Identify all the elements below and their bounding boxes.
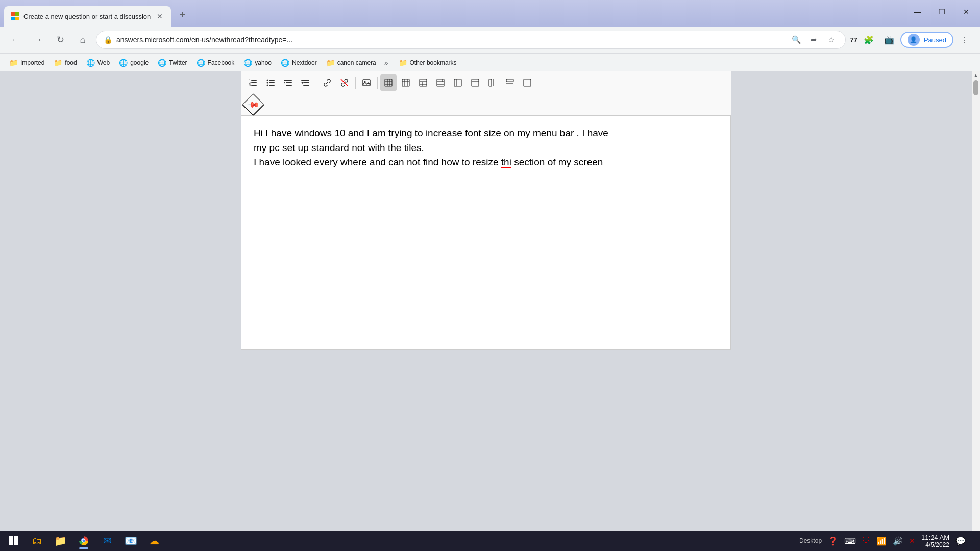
unordered-list-button[interactable] [262,74,279,91]
tray-close-icon[interactable]: ✕ [907,532,917,550]
antivirus-icon: 🛡 [862,536,870,545]
bookmark-google[interactable]: 🌐 google [115,57,153,69]
globe-icon: 🌐 [158,59,166,67]
taskbar-app-file-manager[interactable]: 📁 [49,532,71,550]
home-button[interactable]: ⌂ [74,31,92,49]
taskbar-app-file-explorer[interactable]: 🗂 [26,532,48,550]
clock-area[interactable]: 11:24 AM 4/5/2022 [919,532,951,550]
minimize-button[interactable]: — [905,3,929,21]
svg-rect-44 [489,79,492,86]
insert-image-button[interactable] [358,74,375,91]
taskbar-app-chrome[interactable] [72,532,95,550]
tray-antivirus-icon[interactable]: 🛡 [860,532,872,550]
reload-button[interactable]: ↻ [51,31,69,49]
table-insert-button[interactable] [380,74,397,91]
svg-rect-46 [506,79,513,82]
scroll-arrow-up[interactable]: ▲ [973,72,978,78]
tray-network-icon[interactable]: 📶 [874,532,889,550]
editor-content-line3-suffix: section of my screen [511,157,603,167]
cast-button[interactable]: 📺 [880,31,898,49]
editor-body[interactable]: Hi I have windows 10 and I am trying to … [241,115,731,350]
bookmark-icon-btn[interactable]: ☆ [824,33,838,47]
bookmark-yahoo[interactable]: 🌐 yahoo [239,57,276,69]
svg-rect-32 [420,79,427,86]
bookmark-nextdoor[interactable]: 🌐 Nextdoor [277,57,321,69]
url-display: answers.microsoft.com/en-us/newthread?th… [116,36,785,44]
notification-icon[interactable]: 💬 [953,532,968,550]
tab-close-button[interactable]: ✕ [155,11,165,21]
back-button[interactable]: ← [6,31,24,49]
editor-misspelled-word: thi [501,157,511,168]
svg-text:3: 3 [249,84,251,87]
bookmark-canon[interactable]: 📁 canon camera [322,57,380,69]
table-option2-button[interactable] [415,74,431,91]
taskbar-app-outlook[interactable]: 📧 [119,532,142,550]
table-option3-button[interactable] [432,74,449,91]
globe-icon: 🌐 [281,59,289,67]
toolbar-separator [377,77,378,89]
file-manager-icon: 📁 [54,535,67,547]
outdent-button[interactable] [297,74,313,91]
svg-rect-1 [251,82,257,83]
insert-link-button[interactable] [319,74,335,91]
tab-favicon [10,12,19,21]
bookmark-twitter[interactable]: 🌐 Twitter [154,57,191,69]
bookmark-label: google [130,59,149,66]
show-desktop-button[interactable] [970,532,974,550]
table-option8-button[interactable] [519,74,535,91]
table-option1-button[interactable] [398,74,414,91]
bookmark-imported[interactable]: 📁 Imported [5,57,48,69]
share-icon-btn[interactable]: ➦ [806,33,821,47]
bookmark-label: Web [97,59,110,66]
bookmarks-bar: 📁 Imported 📁 food 🌐 Web 🌐 google 🌐 Twitt… [0,53,980,71]
bookmark-label: Nextdoor [292,59,317,66]
new-tab-button[interactable]: + [173,6,191,24]
svg-rect-11 [269,85,275,86]
maximize-button[interactable]: ❐ [930,3,953,21]
extensions-area: 77 🧩 📺 👤 Paused ⋮ [850,31,974,49]
svg-rect-7 [269,80,275,81]
editor-content-line1: Hi I have windows 10 and I am trying to … [254,128,608,138]
close-button[interactable]: ✕ [954,3,978,21]
clock-date: 4/5/2022 [921,541,949,548]
editor-toolbar-row1: 1 2 3 [241,71,731,94]
profile-label: Paused [924,36,946,44]
editor-container: 1 2 3 [241,71,731,350]
active-tab[interactable]: Create a new question or start a discuss… [4,6,171,27]
table-option7-button[interactable] [502,74,518,91]
svg-rect-16 [301,80,309,81]
svg-rect-0 [251,80,257,81]
bookmark-web[interactable]: 🌐 Web [82,57,114,69]
tray-volume-icon[interactable]: 🔊 [891,532,905,550]
search-icon-btn[interactable]: 🔍 [789,33,803,47]
mail-icon: ✉ [103,535,112,547]
desktop-label-area[interactable]: Desktop [797,532,824,550]
other-bookmarks[interactable]: 📁 Other bookmarks [395,57,461,69]
right-scrollbar[interactable]: ▲ ▼ [972,71,980,551]
profile-button[interactable]: 👤 Paused [900,32,953,48]
omnibox[interactable]: 🔒 answers.microsoft.com/en-us/newthread?… [96,31,846,49]
bookmark-facebook[interactable]: 🌐 Facebook [192,57,239,69]
forward-button[interactable]: → [29,31,47,49]
extensions-button[interactable]: 🧩 [860,31,878,49]
ordered-list-button[interactable]: 1 2 3 [245,74,261,91]
lock-icon: 🔒 [104,36,112,44]
bookmark-food[interactable]: 📁 food [50,57,81,69]
tray-keyboard-icon[interactable]: ⌨ [842,532,858,550]
taskbar-app-mail[interactable]: ✉ [96,532,118,550]
pin-button[interactable]: 📌 [241,93,264,116]
tray-help-icon[interactable]: ❓ [826,532,840,550]
title-bar: Create a new question or start a discuss… [0,0,980,27]
menu-button[interactable]: ⋮ [955,31,974,49]
table-option4-button[interactable] [450,74,466,91]
svg-marker-15 [284,82,285,84]
scroll-thumb[interactable] [973,80,978,95]
start-button[interactable] [2,532,24,550]
remove-link-button[interactable] [336,74,353,91]
taskbar-app-weather[interactable]: ☁ [143,532,165,550]
table-option5-button[interactable] [467,74,483,91]
table-option6-button[interactable] [484,74,501,91]
bookmarks-overflow-button[interactable]: » [381,57,391,69]
indent-button[interactable] [280,74,296,91]
bookmark-label: Imported [20,59,44,66]
